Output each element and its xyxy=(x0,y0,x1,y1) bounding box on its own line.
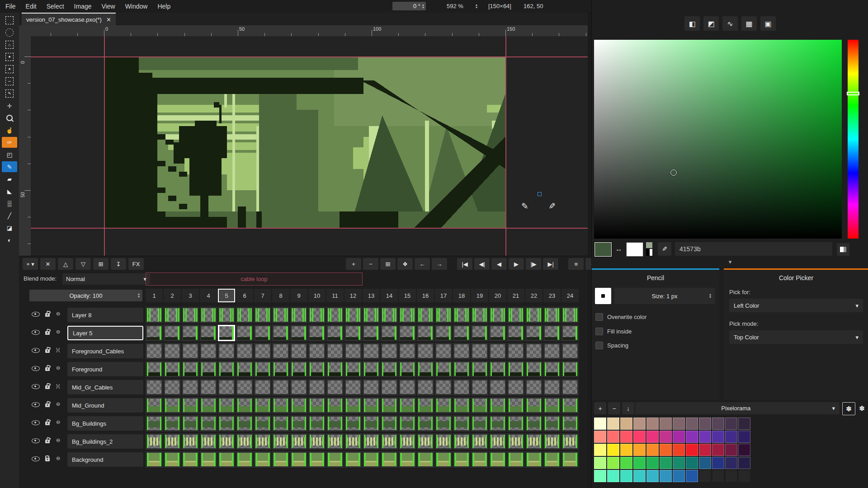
pixel-perfect-toggle[interactable]: ∿ xyxy=(722,16,738,31)
play-backwards-button[interactable]: ◀ xyxy=(491,258,507,270)
cel-bg-buildings-2-frame-2[interactable] xyxy=(164,433,181,450)
cel-foreground-frame-18[interactable] xyxy=(453,361,470,377)
cel-bg-buildings-2-frame-24[interactable] xyxy=(561,433,579,450)
cel-mid-gr-cables-frame-17[interactable] xyxy=(435,379,452,395)
cel-foreground-frame-3[interactable] xyxy=(182,361,199,377)
palette-swatch-13[interactable] xyxy=(594,431,606,443)
cel-layer-5-frame-6[interactable] xyxy=(236,325,253,341)
frame-number-11[interactable]: 11 xyxy=(326,289,344,302)
cel-mid-ground-frame-13[interactable] xyxy=(363,397,380,413)
cel-layer-5-frame-23[interactable] xyxy=(543,325,561,341)
cel-mid-ground-frame-24[interactable] xyxy=(561,397,579,413)
fill-inside-option[interactable]: Fill inside xyxy=(595,328,632,335)
cel-bg-buildings-frame-3[interactable] xyxy=(182,415,199,432)
cel-layer-8-frame-9[interactable] xyxy=(290,307,307,323)
cel-bg-buildings-2-frame-8[interactable] xyxy=(272,433,289,450)
frame-number-12[interactable]: 12 xyxy=(344,289,362,302)
layer-link-toggle[interactable]: ⊖ xyxy=(56,419,61,425)
cel-bg-buildings-2-frame-21[interactable] xyxy=(507,433,524,450)
layer-link-toggle[interactable]: )( xyxy=(56,383,60,389)
left-color-swatch[interactable] xyxy=(594,242,612,257)
cel-mid-ground-frame-22[interactable] xyxy=(525,397,542,413)
cel-background-frame-8[interactable] xyxy=(272,451,289,468)
cel-mid-gr-cables-frame-10[interactable] xyxy=(308,379,326,395)
cel-background-frame-17[interactable] xyxy=(435,451,452,468)
cel-layer-8-frame-6[interactable] xyxy=(236,307,253,323)
cel-foreground-cables-frame-21[interactable] xyxy=(507,343,524,359)
layer-visibility-toggle[interactable] xyxy=(32,366,40,371)
cel-bg-buildings-frame-19[interactable] xyxy=(471,415,488,432)
cel-bg-buildings-2-frame-9[interactable] xyxy=(290,433,307,450)
cel-layer-5-frame-22[interactable] xyxy=(525,325,542,341)
frame-number-4[interactable]: 4 xyxy=(200,289,217,302)
cel-bg-buildings-frame-4[interactable] xyxy=(200,415,217,432)
cel-bg-buildings-2-frame-14[interactable] xyxy=(381,433,398,450)
layer-lock-toggle[interactable] xyxy=(45,385,50,389)
palette-swatch-52[interactable] xyxy=(633,470,646,482)
cel-layer-8-frame-15[interactable] xyxy=(399,307,416,323)
layer-link-toggle[interactable]: ⊖ xyxy=(56,329,61,335)
cel-mid-ground-frame-2[interactable] xyxy=(164,397,181,413)
collapse-color-panel-icon[interactable]: ▾ xyxy=(592,258,868,265)
cel-background-frame-22[interactable] xyxy=(525,451,542,468)
cel-layer-8-frame-11[interactable] xyxy=(326,307,344,323)
cel-bg-buildings-frame-20[interactable] xyxy=(489,415,506,432)
cel-layer-8-frame-23[interactable] xyxy=(543,307,561,323)
palette-swatch-25[interactable] xyxy=(594,444,606,456)
cel-layer-8-frame-5[interactable] xyxy=(218,307,235,323)
tool-magic-wand[interactable]: ✶ xyxy=(2,64,17,75)
cel-mid-ground-frame-14[interactable] xyxy=(381,397,398,413)
cel-foreground-frame-24[interactable] xyxy=(561,361,579,377)
layer-visibility-toggle[interactable] xyxy=(32,312,40,317)
frame-number-14[interactable]: 14 xyxy=(381,289,398,302)
cel-layer-8-frame-16[interactable] xyxy=(417,307,434,323)
opacity-spinner-icon[interactable]: ▴▾ xyxy=(138,293,140,298)
mirror-vertical-toggle[interactable]: ◧ xyxy=(684,16,700,31)
cel-layer-5-frame-21[interactable] xyxy=(507,325,524,341)
delete-layer-button[interactable]: ✕ xyxy=(40,258,56,270)
tool-polygon-select[interactable]: ⌂ xyxy=(2,39,17,50)
cel-bg-buildings-2-frame-1[interactable] xyxy=(146,433,163,450)
brush-size-spinner-icon[interactable]: ▴▾ xyxy=(709,293,711,299)
cel-mid-ground-frame-1[interactable] xyxy=(146,397,163,413)
cel-foreground-frame-11[interactable] xyxy=(326,361,344,377)
palette-swatch-1[interactable] xyxy=(594,418,606,430)
cel-layer-5-frame-16[interactable] xyxy=(417,325,434,341)
cel-layer-5-frame-4[interactable] xyxy=(200,325,217,341)
cel-bg-buildings-2-frame-3[interactable] xyxy=(182,433,199,450)
fill-inside-checkbox[interactable] xyxy=(595,328,603,335)
cel-layer-8-frame-3[interactable] xyxy=(182,307,199,323)
blend-mode-dropdown[interactable]: Normal▾ xyxy=(62,273,150,285)
cel-bg-buildings-2-frame-22[interactable] xyxy=(525,433,542,450)
frame-number-15[interactable]: 15 xyxy=(399,289,416,302)
cel-layer-8-frame-13[interactable] xyxy=(363,307,380,323)
cel-foreground-frame-9[interactable] xyxy=(290,361,307,377)
cel-bg-buildings-frame-5[interactable] xyxy=(218,415,235,432)
cel-mid-ground-frame-20[interactable] xyxy=(489,397,506,413)
cel-view-menu-button[interactable]: ≡ xyxy=(568,258,584,270)
cel-bg-buildings-2-frame-13[interactable] xyxy=(363,433,380,450)
sort-palette-button[interactable]: ↓ xyxy=(622,402,634,414)
cel-mid-gr-cables-frame-21[interactable] xyxy=(507,379,524,395)
pick-for-dropdown[interactable]: Left Color▾ xyxy=(729,299,863,312)
layer-name-mid-ground[interactable]: Mid_Ground xyxy=(67,398,143,413)
palette-swatch-48[interactable] xyxy=(738,457,750,469)
cel-mid-ground-frame-19[interactable] xyxy=(471,397,488,413)
cel-background-frame-18[interactable] xyxy=(453,451,470,468)
cel-layer-8-frame-10[interactable] xyxy=(308,307,326,323)
frame-number-22[interactable]: 22 xyxy=(525,289,542,302)
cel-bg-buildings-2-frame-6[interactable] xyxy=(236,433,253,450)
cel-layer-5-frame-12[interactable] xyxy=(344,325,362,341)
cel-mid-gr-cables-frame-18[interactable] xyxy=(453,379,470,395)
cel-foreground-cables-frame-8[interactable] xyxy=(272,343,289,359)
palette-swatch-7[interactable] xyxy=(673,418,685,430)
swap-colors-icon[interactable]: ↔ xyxy=(615,245,622,253)
cel-bg-buildings-frame-15[interactable] xyxy=(399,415,416,432)
tool-paint-select[interactable]: ✎ xyxy=(2,88,17,99)
cel-layer-8-frame-20[interactable] xyxy=(489,307,506,323)
play-forward-button[interactable]: ▶ xyxy=(509,258,524,270)
frame-number-3[interactable]: 3 xyxy=(182,289,199,302)
cel-bg-buildings-2-frame-16[interactable] xyxy=(417,433,434,450)
palette-swatch-2[interactable] xyxy=(607,418,619,430)
layer-link-toggle[interactable]: ⊖ xyxy=(56,365,61,371)
